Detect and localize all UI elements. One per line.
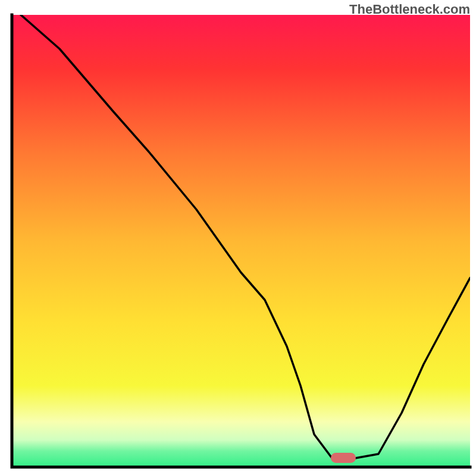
- bottleneck-chart: [0, 0, 476, 476]
- gradient-background: [12, 15, 470, 467]
- watermark-text: TheBottleneck.com: [349, 2, 470, 17]
- optimal-marker: [331, 453, 356, 463]
- chart-container: TheBottleneck.com: [0, 0, 476, 476]
